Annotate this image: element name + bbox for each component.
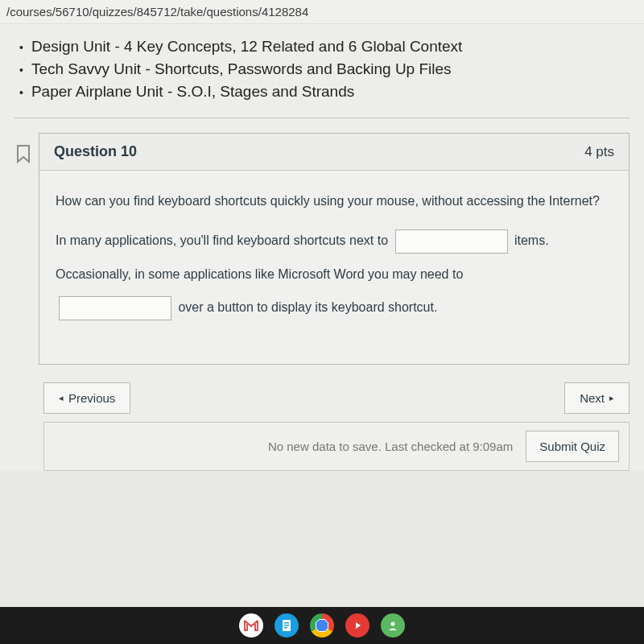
question-body: How can you find keyboard shortcuts quic… (39, 171, 629, 364)
url-bar[interactable]: /courses/56710/quizzes/845712/take/quest… (0, 0, 644, 24)
svg-rect-2 (284, 625, 289, 626)
app-icon[interactable] (381, 613, 405, 638)
chevron-right-icon: ▸ (609, 393, 614, 403)
intro-item: Paper Airplane Unit - S.O.I, Stages and … (14, 80, 630, 103)
question-title: Question 10 (54, 143, 137, 160)
submit-quiz-button[interactable]: Submit Quiz (526, 431, 619, 462)
gmail-icon[interactable] (239, 613, 263, 638)
blank-input-1[interactable] (395, 229, 508, 254)
taskbar (0, 607, 644, 644)
next-label: Next (580, 391, 605, 405)
chrome-icon[interactable] (310, 613, 334, 638)
nav-row: ◂ Previous Next ▸ (43, 382, 630, 414)
answer-text: Occasionally, in some applications like … (56, 267, 463, 281)
answer-text: items. (514, 233, 549, 247)
question-card: Question 10 4 pts How can you find keybo… (39, 133, 630, 365)
youtube-icon[interactable] (345, 613, 369, 638)
save-status: No new data to save. Last checked at 9:0… (268, 440, 513, 453)
divider (14, 118, 630, 118)
previous-button[interactable]: ◂ Previous (43, 382, 130, 414)
intro-item: Tech Savvy Unit - Shortcuts, Passwords a… (14, 58, 630, 80)
next-button[interactable]: Next ▸ (564, 382, 630, 414)
answer-line-3: over a button to display its keyboard sh… (56, 296, 613, 320)
answer-line-1: In many applications, you'll find keyboa… (56, 229, 613, 254)
answer-line-2: Occasionally, in some applications like … (56, 265, 613, 285)
svg-point-4 (391, 622, 395, 626)
submit-row: No new data to save. Last checked at 9:0… (43, 422, 630, 471)
quiz-content: Design Unit - 4 Key Concepts, 12 Related… (0, 24, 644, 471)
answer-text: over a button to display its keyboard sh… (178, 300, 437, 314)
question-prompt: How can you find keyboard shortcuts quic… (56, 192, 613, 212)
question-header: Question 10 4 pts (39, 134, 629, 171)
answer-text: In many applications, you'll find keyboa… (56, 233, 388, 247)
bookmark-icon[interactable] (14, 144, 32, 168)
previous-label: Previous (68, 391, 115, 405)
chevron-left-icon: ◂ (59, 393, 64, 403)
svg-rect-1 (284, 622, 289, 624)
intro-item: Design Unit - 4 Key Concepts, 12 Related… (14, 35, 630, 58)
docs-icon[interactable] (275, 613, 299, 638)
intro-list: Design Unit - 4 Key Concepts, 12 Related… (14, 32, 630, 113)
question-points: 4 pts (584, 144, 614, 160)
blank-input-2[interactable] (59, 296, 171, 320)
svg-rect-3 (284, 627, 287, 629)
